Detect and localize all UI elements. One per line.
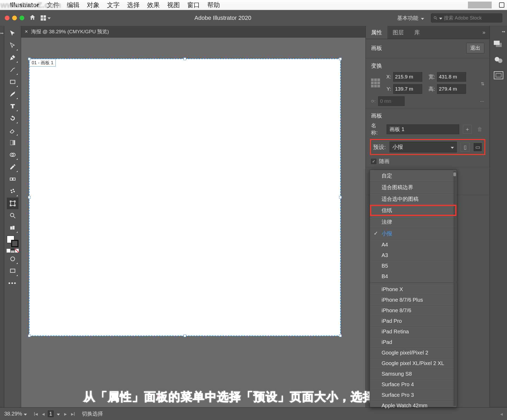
dock-panel-icon[interactable] bbox=[494, 41, 503, 49]
menu-select[interactable]: 选择 bbox=[127, 1, 140, 9]
menubar-indicator-icon[interactable] bbox=[499, 2, 504, 8]
panel-collapse-button[interactable]: » bbox=[478, 29, 490, 35]
x-input[interactable] bbox=[393, 72, 422, 82]
preset-option[interactable]: Apple Watch 42mm bbox=[370, 400, 457, 411]
preset-option[interactable]: Surface Pro 4 bbox=[370, 379, 457, 390]
resize-handle[interactable] bbox=[184, 58, 186, 60]
tab-layers[interactable]: 图层 bbox=[387, 26, 409, 39]
direct-selection-tool[interactable] bbox=[7, 40, 18, 51]
preset-option[interactable]: A4 bbox=[370, 239, 457, 250]
preset-option[interactable]: 小报 bbox=[370, 228, 457, 239]
new-artboard-button[interactable]: ＋ bbox=[463, 125, 472, 134]
preset-option[interactable]: Google pixel/Pixel 2 bbox=[370, 347, 457, 358]
rotate-tool[interactable] bbox=[7, 113, 18, 124]
eraser-tool[interactable] bbox=[7, 125, 18, 136]
preset-option[interactable]: Surface Pro 3 bbox=[370, 390, 457, 400]
expand-dock-button[interactable]: ◂◂ bbox=[502, 30, 507, 33]
preset-option[interactable]: iPad bbox=[370, 337, 457, 347]
gradient-tool[interactable] bbox=[7, 137, 18, 148]
artboard-navigator[interactable]: I◂ ◂ 1 ▸ ▸I bbox=[33, 410, 76, 417]
move-artwork-checkbox[interactable]: ✓ bbox=[371, 159, 376, 164]
curvature-tool[interactable] bbox=[7, 64, 18, 76]
close-tab-button[interactable]: × bbox=[25, 29, 28, 35]
first-artboard-button[interactable]: I◂ bbox=[33, 411, 39, 417]
preset-option[interactable]: B5 bbox=[370, 260, 457, 271]
delete-artboard-button[interactable]: 🗑 bbox=[475, 125, 484, 134]
draw-mode-button[interactable] bbox=[7, 253, 18, 265]
hand-tool[interactable] bbox=[7, 222, 18, 234]
search-input[interactable]: 搜索 Adobe Stock bbox=[431, 13, 502, 22]
preset-option[interactable]: Google pixel XL/Pixel 2 XL bbox=[370, 358, 457, 368]
resize-handle[interactable] bbox=[28, 58, 31, 60]
artboard-name-input[interactable] bbox=[387, 124, 459, 134]
dock-panel-icon[interactable] bbox=[494, 71, 503, 79]
edit-toolbar-button[interactable]: ••• bbox=[7, 277, 18, 289]
home-icon[interactable] bbox=[29, 14, 36, 22]
preset-option[interactable]: iPad Pro bbox=[370, 316, 457, 326]
screen-mode-button[interactable] bbox=[7, 265, 18, 277]
minimize-window-button[interactable] bbox=[12, 16, 17, 20]
preset-option[interactable]: Samsung S8 bbox=[370, 368, 457, 379]
arrange-documents-button[interactable] bbox=[41, 15, 51, 21]
preset-option[interactable]: B4 bbox=[370, 271, 457, 282]
next-artboard-button[interactable]: ▸ bbox=[63, 411, 68, 417]
rectangle-tool[interactable] bbox=[7, 76, 18, 88]
canvas[interactable]: 01 - 画板 1 bbox=[21, 38, 365, 407]
prev-artboard-button[interactable]: ◂ bbox=[41, 411, 46, 417]
tab-libraries[interactable]: 库 bbox=[409, 26, 425, 39]
left-collapsed-panel[interactable]: ▸▸ bbox=[0, 26, 4, 407]
preset-option[interactable]: 适合图稿边界 bbox=[370, 181, 457, 193]
artboard[interactable]: 01 - 画板 1 bbox=[29, 59, 341, 336]
preset-option[interactable]: iPhone 8/7/6 bbox=[370, 305, 457, 316]
document-tab[interactable]: 海报 @ 38.29% (CMYK/GPU 预览) bbox=[31, 28, 109, 35]
type-tool[interactable] bbox=[7, 100, 18, 112]
orientation-landscape-button[interactable]: ▭ bbox=[473, 143, 482, 152]
resize-handle[interactable] bbox=[339, 58, 342, 60]
app-menu[interactable]: Illustrator bbox=[10, 1, 39, 9]
preset-option[interactable]: iPad Retina bbox=[370, 326, 457, 337]
artboard-tool[interactable] bbox=[7, 198, 18, 209]
zoom-window-button[interactable] bbox=[20, 16, 24, 20]
preset-option[interactable]: iPhone 8/7/6 Plus bbox=[370, 295, 457, 305]
menu-edit[interactable]: 编辑 bbox=[67, 1, 79, 9]
menu-object[interactable]: 对象 bbox=[87, 1, 100, 9]
constrain-proportions-icon[interactable]: ⇅ bbox=[479, 78, 486, 89]
dock-panel-icon[interactable] bbox=[494, 56, 503, 64]
preset-option[interactable]: 自定 bbox=[370, 170, 457, 181]
paintbrush-tool[interactable] bbox=[7, 88, 18, 100]
menu-window[interactable]: 窗口 bbox=[187, 1, 200, 9]
orientation-portrait-button[interactable]: ▯ bbox=[461, 143, 470, 152]
resize-handle[interactable] bbox=[339, 196, 342, 199]
reference-point-selector[interactable] bbox=[371, 78, 380, 87]
menu-file[interactable]: 文件 bbox=[47, 1, 59, 9]
menu-view[interactable]: 视图 bbox=[167, 1, 180, 9]
scroll-left-button[interactable]: ◂ bbox=[500, 411, 503, 417]
preset-dropdown[interactable]: 小报 bbox=[389, 142, 457, 152]
eyedropper-tool[interactable] bbox=[7, 161, 18, 173]
close-window-button[interactable] bbox=[5, 16, 10, 20]
preset-option[interactable]: 法律 bbox=[370, 216, 457, 228]
zoom-tool[interactable] bbox=[7, 210, 18, 221]
rotate-input[interactable] bbox=[378, 96, 405, 106]
preset-option[interactable]: 适合选中的图稿 bbox=[370, 193, 457, 205]
shape-builder-tool[interactable] bbox=[7, 149, 18, 161]
blend-tool[interactable] bbox=[7, 173, 18, 185]
color-mode-icons[interactable] bbox=[7, 249, 19, 253]
fill-stroke-swatch[interactable] bbox=[7, 236, 18, 247]
zoom-dropdown[interactable]: 38.29% bbox=[4, 411, 27, 417]
preset-option[interactable]: iPhone X bbox=[370, 284, 457, 295]
symbol-sprayer-tool[interactable] bbox=[7, 185, 18, 197]
height-input[interactable] bbox=[437, 84, 466, 94]
y-input[interactable] bbox=[393, 84, 422, 94]
selection-tool[interactable] bbox=[7, 27, 18, 39]
menu-help[interactable]: 帮助 bbox=[207, 1, 220, 9]
menu-type[interactable]: 文字 bbox=[107, 1, 120, 9]
last-artboard-button[interactable]: ▸I bbox=[70, 411, 76, 417]
resize-handle[interactable] bbox=[339, 334, 342, 337]
exit-artboard-button[interactable]: 退出 bbox=[466, 43, 484, 53]
width-input[interactable] bbox=[437, 72, 466, 82]
resize-handle[interactable] bbox=[28, 196, 31, 199]
more-options-icon[interactable]: ⋯ bbox=[480, 99, 484, 104]
tab-properties[interactable]: 属性 bbox=[366, 26, 387, 39]
pen-tool[interactable] bbox=[7, 52, 18, 63]
